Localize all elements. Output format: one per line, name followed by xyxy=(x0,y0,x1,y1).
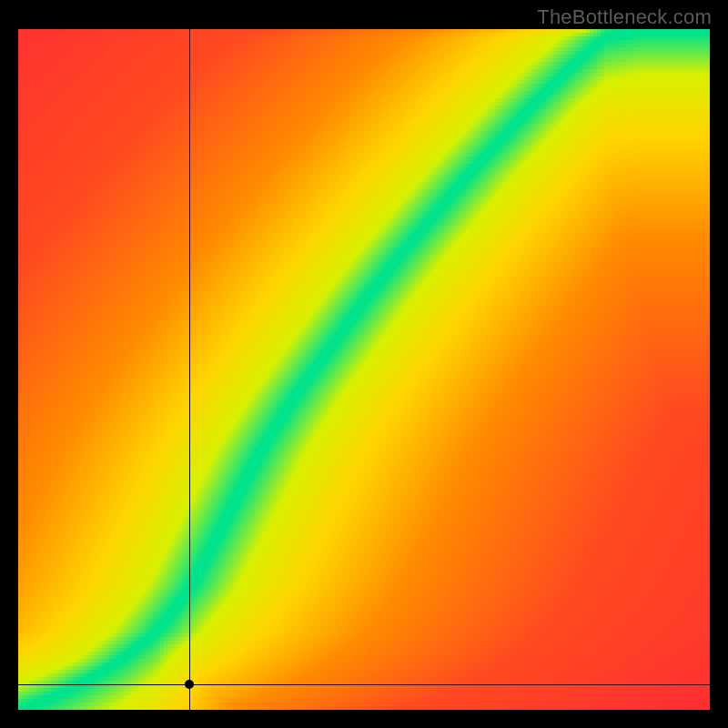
heatmap-plot-area xyxy=(18,29,710,710)
watermark-text: TheBottleneck.com xyxy=(537,5,712,29)
heatmap-canvas xyxy=(18,29,710,710)
chart-stage: TheBottleneck.com xyxy=(0,0,728,728)
